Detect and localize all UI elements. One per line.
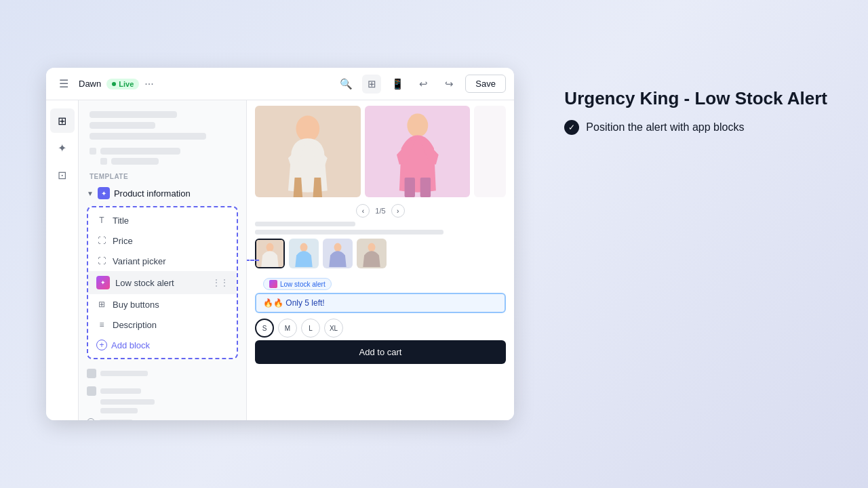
alert-message: 🔥🔥 Only 5 left! [263, 298, 325, 308]
add-block-button[interactable]: + Add block [88, 335, 237, 355]
top-bar: ☰ Dawn Live ··· 🔍 ⊞ 📱 ↩ ↪ Save [46, 68, 514, 100]
svg-point-7 [267, 243, 274, 252]
back-icon[interactable]: ☰ [54, 75, 73, 94]
sidebar-icons: ⊞ ✦ ⊡ [46, 100, 79, 420]
thumbnail-4[interactable] [357, 239, 387, 268]
chevron-down-icon: ▼ [87, 190, 94, 197]
alert-badge: Low stock alert [263, 278, 332, 290]
app-badge-icon [269, 280, 277, 288]
app-icon: ✦ [96, 276, 110, 289]
size-l[interactable]: L [301, 319, 320, 338]
theme-name: Dawn [79, 79, 101, 89]
buy-icon: ⊞ [96, 299, 107, 310]
svg-point-3 [407, 114, 428, 138]
person-svg-2 [365, 106, 471, 197]
size-xl[interactable]: XL [324, 319, 343, 338]
skeleton-row [90, 148, 235, 155]
customize-icon[interactable]: ✦ [50, 136, 75, 160]
variant-icon: ⛶ [96, 256, 107, 266]
preview-inner: ‹ 1/5 › [247, 100, 514, 420]
thumbnail-1[interactable] [255, 239, 285, 268]
svg-rect-4 [404, 178, 414, 197]
block-buy-buttons[interactable]: ⊞ Buy buttons [88, 294, 237, 314]
block-price[interactable]: ⛶ Price [88, 230, 237, 251]
skeleton-bar [90, 122, 155, 129]
undo-icon[interactable]: ↩ [414, 75, 433, 94]
apps-icon[interactable]: ⊡ [50, 163, 75, 187]
product-image-1 [255, 106, 361, 197]
app-title: Urgency King - Low Stock Alert [564, 88, 827, 109]
block-variant-picker[interactable]: ⛶ Variant picker [88, 251, 237, 271]
size-s[interactable]: S [255, 319, 274, 338]
block-low-stock-label: Low stock alert [115, 278, 174, 288]
feature-label: Position the alert with app blocks [586, 121, 744, 134]
block-variant-label: Variant picker [113, 256, 166, 266]
left-panel: TEMPLATE ▼ ✦ Product information T Title… [79, 100, 247, 420]
right-info-panel: Urgency King - Low Stock Alert ✓ Positio… [564, 88, 827, 135]
description-icon: ≡ [96, 319, 107, 330]
block-price-label: Price [113, 236, 133, 246]
product-information-label: Product information [114, 188, 191, 199]
prev-button[interactable]: ‹ [356, 204, 370, 218]
live-badge: Live [106, 79, 139, 89]
alert-box: 🔥🔥 Only 5 left! [255, 293, 506, 313]
svg-point-11 [334, 243, 342, 252]
grid-icon[interactable]: ⊞ [362, 75, 381, 94]
mobile-icon[interactable]: 📱 [388, 75, 407, 94]
svg-point-13 [368, 243, 376, 252]
price-icon: ⛶ [96, 235, 107, 246]
thumbnail-3[interactable] [323, 239, 353, 268]
block-low-stock-alert[interactable]: ✦ Low stock alert ⋮⋮ [88, 271, 237, 294]
preview-area: ‹ 1/5 › [247, 100, 514, 420]
top-bar-right: 🔍 ⊞ 📱 ↩ ↪ Save [336, 75, 506, 94]
redo-icon[interactable]: ↪ [439, 75, 458, 94]
block-description[interactable]: ≡ Description [88, 314, 237, 335]
product-image-2 [365, 106, 471, 197]
bottom-section-2 [79, 382, 246, 420]
add-to-cart-button[interactable]: Add to cart [255, 340, 506, 364]
block-title[interactable]: T Title [88, 210, 237, 230]
bottom-section-1 [79, 365, 246, 382]
live-label: Live [119, 80, 134, 88]
thumbnail-row [247, 237, 514, 272]
next-button[interactable]: › [391, 204, 405, 218]
svg-point-9 [300, 243, 308, 252]
alert-badge-container: Low stock alert [255, 275, 340, 291]
dashed-connector [247, 260, 259, 261]
svg-rect-5 [420, 178, 430, 197]
drag-handle-icon[interactable]: ⋮⋮ [212, 278, 229, 287]
top-skeleton [79, 106, 246, 145]
add-block-label: Add block [111, 340, 150, 350]
feature-item: ✓ Position the alert with app blocks [564, 120, 827, 135]
person-svg-1 [255, 106, 361, 197]
product-information-header[interactable]: ▼ ✦ Product information [79, 183, 246, 203]
text-icon: T [96, 215, 107, 226]
check-icon: ✓ [564, 120, 579, 135]
save-button[interactable]: Save [465, 75, 506, 93]
more-icon[interactable]: ··· [144, 78, 153, 90]
section-icon: ✦ [98, 187, 110, 199]
thumbnail-2[interactable] [289, 239, 319, 268]
carousel-nav: ‹ 1/5 › [247, 203, 514, 220]
svg-point-1 [296, 115, 319, 142]
product-image-3 [474, 106, 506, 197]
expanded-panel: T Title ⛶ Price ⛶ Variant picker ✦ Low s… [87, 206, 238, 359]
block-buy-buttons-label: Buy buttons [113, 300, 159, 310]
alert-badge-label: Low stock alert [280, 281, 326, 288]
block-title-label: Title [113, 216, 129, 226]
search-icon[interactable]: 🔍 [336, 75, 355, 94]
product-skeleton [247, 220, 514, 237]
add-icon: + [96, 340, 107, 350]
template-label: TEMPLATE [79, 167, 246, 183]
skeleton-group-2 [79, 145, 246, 167]
skeleton-bar [90, 133, 206, 140]
size-section: S M L XL [247, 317, 514, 340]
sections-icon[interactable]: ⊞ [50, 108, 75, 133]
product-images [247, 100, 514, 203]
size-m[interactable]: M [278, 319, 297, 338]
skeleton-bar [90, 111, 177, 118]
browser-window: ☰ Dawn Live ··· 🔍 ⊞ 📱 ↩ ↪ Save ⊞ ✦ ⊡ [46, 68, 514, 420]
size-swatches: S M L XL [255, 319, 506, 338]
main-content: ⊞ ✦ ⊡ TE [46, 100, 514, 420]
skeleton-sub-row [100, 158, 235, 165]
